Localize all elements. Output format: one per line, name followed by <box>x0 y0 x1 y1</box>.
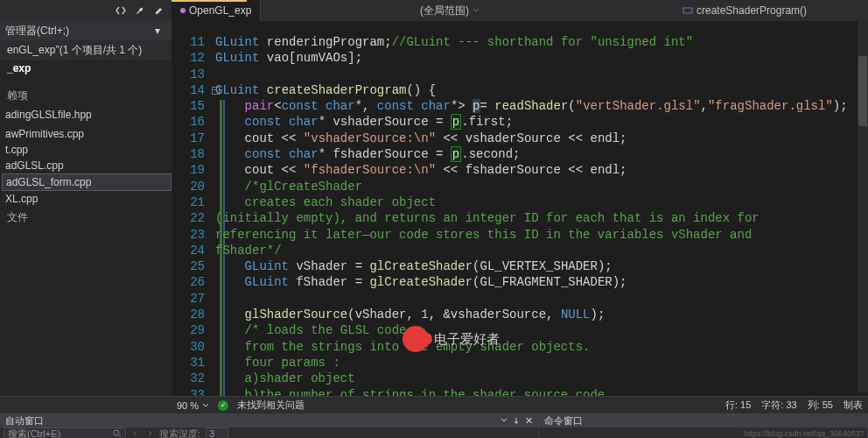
svg-point-1 <box>114 430 119 435</box>
side-header: 管理器(Ctrl+;) ▾ <box>0 21 172 40</box>
search-icon <box>113 429 122 438</box>
file-type-icon <box>180 8 186 13</box>
footer-url: https://blog.csdn.net/qq_39640537 <box>744 429 868 438</box>
scrollbar-thumb[interactable] <box>858 56 867 126</box>
scope-dropdown[interactable]: (全局范围) <box>420 4 480 18</box>
issues-text: 未找到相关问题 <box>237 399 304 412</box>
code-icon[interactable] <box>112 2 130 19</box>
editor-status: 90 % ✓ 未找到相关问题 行: 15 字符: 33 列: 55 制表 <box>0 396 868 413</box>
file-item[interactable]: adGLSL_form.cpp <box>2 173 172 191</box>
cursor-col: 列: 55 <box>808 399 833 412</box>
hammer-icon[interactable] <box>150 2 168 19</box>
chevron-down-icon <box>202 402 209 409</box>
wrench-icon[interactable] <box>131 2 149 19</box>
svg-rect-0 <box>683 8 692 13</box>
member-dropdown[interactable]: createShaderProgram() <box>682 4 807 17</box>
file-item[interactable]: XL.cpp <box>2 191 172 207</box>
chevron-down-icon[interactable] <box>500 417 508 424</box>
code-content[interactable]: GLuint renderingProgram;//GLuint --- sho… <box>215 34 868 396</box>
cursor-line: 行: 15 <box>725 399 751 412</box>
depth-input[interactable]: 3 <box>206 427 228 438</box>
dropdown-icon[interactable]: ▾ <box>149 22 166 39</box>
arrow-left-icon[interactable] <box>131 429 140 438</box>
autos-panel-title: 自动窗口 ✕ <box>0 413 538 427</box>
file-item[interactable]: t.cpp <box>2 142 172 158</box>
solution-explorer: 管理器(Ctrl+;) ▾ enGL_exp"(1 个项目/共 1 个) _ex… <box>0 21 172 396</box>
close-icon[interactable]: ✕ <box>525 415 533 427</box>
command-panel-title: 命令窗口 <box>539 413 867 427</box>
depth-label: 搜索深度: <box>159 427 200 439</box>
bottom-panels: 自动窗口 ✕ 搜索(Ctrl+E) 搜索深度: 3 命令窗口 <box>0 413 868 438</box>
code-editor[interactable]: 1112131415161718192021222324252627282930… <box>172 21 868 396</box>
file-item[interactable]: adGLSL.cpp <box>2 158 172 173</box>
tab-label: OpenGL_exp <box>189 4 251 17</box>
project-count: enGL_exp"(1 个项目/共 1 个) <box>0 40 172 60</box>
project-node[interactable]: _exp <box>0 60 172 76</box>
pin-icon[interactable] <box>513 417 520 424</box>
file-list: adingGLSLfile.hppawPrimitives.cppt.cppad… <box>0 107 172 207</box>
editor-tabs: OpenGL_exp (全局范围) createShaderProgram() <box>0 0 868 21</box>
references-section[interactable]: 赖项 <box>0 85 172 107</box>
search-input[interactable]: 搜索(Ctrl+E) <box>4 427 126 438</box>
check-icon: ✓ <box>218 400 228 411</box>
arrow-right-icon[interactable] <box>145 429 154 438</box>
cursor-char: 字符: 33 <box>761 399 796 412</box>
scrollbar-vertical[interactable] <box>858 21 868 392</box>
line-gutter: 1112131415161718192021222324252627282930… <box>172 34 210 396</box>
tab-file[interactable]: OpenGL_exp <box>172 0 261 21</box>
file-item[interactable]: awPrimitives.cpp <box>2 126 172 142</box>
method-icon <box>682 5 693 16</box>
tab-mode: 制表 <box>844 399 863 412</box>
files-section[interactable]: 文件 <box>0 207 172 229</box>
file-item[interactable]: adingGLSLfile.hpp <box>2 107 172 123</box>
zoom-control[interactable]: 90 % <box>177 400 209 411</box>
